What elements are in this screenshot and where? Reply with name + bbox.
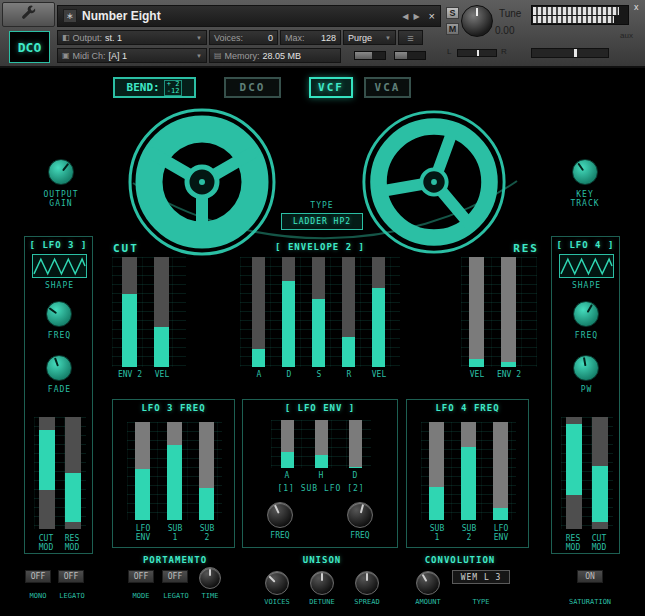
portamento-legato-toggle[interactable]: OFF: [162, 570, 188, 583]
lfo4-freq-panel: LFO 4 FREQ SUB1 SUB2 LFOENV: [406, 399, 529, 548]
unison-spread-knob[interactable]: [355, 571, 379, 595]
filter-type-select[interactable]: LADDER HP2: [281, 213, 363, 230]
unison-detune-knob[interactable]: [310, 571, 334, 595]
mini-slider-1[interactable]: [354, 51, 386, 60]
tab-vcf[interactable]: VCF: [309, 77, 353, 98]
mini-slider-2[interactable]: [394, 51, 426, 60]
lfo4-shape-label: SHAPE: [552, 281, 621, 290]
env2-vel-label: VEL: [361, 370, 397, 379]
env2-decay-slider[interactable]: [282, 257, 295, 367]
lfo4freq-sub1-slider[interactable]: [429, 422, 444, 520]
res-vel-slider[interactable]: [469, 257, 484, 367]
lfoenv-hold-slider[interactable]: [315, 420, 328, 468]
lfo4-shape-display[interactable]: [559, 254, 614, 278]
purge-label: Purge: [348, 33, 372, 43]
legato-toggle[interactable]: OFF: [58, 570, 84, 583]
res-env2-label: ENV 2: [491, 370, 527, 379]
output-label: Output:: [73, 33, 103, 43]
cut-mod-slider[interactable]: [39, 417, 55, 529]
close-instrument-button[interactable]: ×: [429, 10, 435, 22]
env2-vel-slider[interactable]: [372, 257, 385, 367]
portamento-legato-label: LEGATO: [156, 592, 196, 601]
lfoenv-attack-slider[interactable]: [281, 420, 294, 468]
legato-label: LEGATO: [52, 592, 92, 601]
sub-lfo1-freq-label: FREQ: [260, 531, 300, 540]
output-icon: ◧: [62, 33, 70, 42]
lfo4-freq-knob[interactable]: [573, 301, 599, 327]
portamento-time-knob[interactable]: [199, 567, 221, 589]
res-section-title: RES: [499, 242, 539, 255]
output-value: st. 1: [105, 33, 122, 43]
cut-env2-slider[interactable]: [122, 257, 137, 367]
bend-control[interactable]: BEND: + 2 -12: [113, 77, 196, 98]
saturation-label: SATURATION: [558, 598, 622, 607]
sub-lfo2-freq-knob[interactable]: [347, 502, 373, 528]
max-voices-display[interactable]: Max: 128: [280, 30, 341, 45]
close-window-button[interactable]: x: [634, 2, 639, 12]
kontakt-header: DCO ∗ Number Eight ◀ ▶ × ◧ Output: st. 1…: [0, 0, 645, 68]
mute-button[interactable]: M: [446, 23, 459, 35]
lfo-env-chart: [271, 420, 371, 468]
env2-decay-label: D: [274, 370, 304, 379]
convolution-type-select[interactable]: WEM L 3: [452, 570, 510, 584]
dropdown-arrow-icon: ▼: [196, 35, 202, 41]
tab-vca[interactable]: VCA: [364, 77, 411, 98]
lfo3freq-sub2-slider[interactable]: [199, 422, 214, 520]
cut-mod-slider[interactable]: [592, 417, 608, 529]
saturation-toggle[interactable]: ON: [577, 570, 603, 583]
output-select[interactable]: ◧ Output: st. 1 ▼: [57, 30, 207, 45]
lfo4freq-lfoenv-slider[interactable]: [493, 422, 508, 520]
solo-button[interactable]: S: [446, 7, 459, 19]
midi-icon: ▣: [62, 51, 70, 60]
lfoenv-decay-label: D: [345, 471, 365, 480]
cut-vel-slider[interactable]: [154, 257, 169, 367]
cut-vel-label: VEL: [144, 370, 180, 379]
lfo-env-title: [ LFO ENV ]: [243, 403, 397, 413]
lfo3freq-sub1-slider[interactable]: [167, 422, 182, 520]
sub-lfo1-freq-knob[interactable]: [267, 502, 293, 528]
lfo3-freq-knob[interactable]: [46, 301, 72, 327]
cut-chart: [112, 257, 186, 367]
lfoenv-decay-slider[interactable]: [349, 420, 362, 468]
portamento-mode-toggle[interactable]: OFF: [128, 570, 154, 583]
lfo4-pw-knob[interactable]: [573, 355, 599, 381]
sub-lfo2-freq-label: FREQ: [340, 531, 380, 540]
lfo3freq-lfoenv-slider[interactable]: [135, 422, 150, 520]
key-track-knob[interactable]: [572, 159, 598, 185]
res-mod-slider[interactable]: [65, 417, 81, 529]
lfo3-fade-knob[interactable]: [46, 355, 72, 381]
unison-title: UNISON: [277, 555, 367, 565]
next-instrument-button[interactable]: ▶: [413, 12, 419, 21]
prev-instrument-button[interactable]: ◀: [402, 12, 408, 21]
aux-label[interactable]: aux: [620, 31, 633, 40]
mono-toggle[interactable]: OFF: [25, 570, 51, 583]
convolution-amount-knob[interactable]: [416, 571, 440, 595]
purge-options-button[interactable]: ≡: [398, 30, 423, 45]
res-mod-slider[interactable]: [566, 417, 582, 529]
purge-menu[interactable]: Purge ▼: [343, 30, 396, 45]
res-mod-label: RESMOD: [57, 534, 87, 552]
lfo4freq-sub2-slider[interactable]: [461, 422, 476, 520]
res-env2-slider[interactable]: [501, 257, 516, 367]
edit-wrench-button[interactable]: [2, 2, 55, 27]
memory-display: ▤ Memory: 28.05 MB: [209, 48, 341, 63]
tab-dco[interactable]: DCO: [224, 77, 281, 98]
env2-sustain-slider[interactable]: [312, 257, 325, 367]
pan-left-label: L: [447, 47, 451, 56]
output-gain-knob[interactable]: [48, 159, 74, 185]
env2-release-slider[interactable]: [342, 257, 355, 367]
lfo3-shape-display[interactable]: [32, 254, 87, 278]
env2-attack-slider[interactable]: [252, 257, 265, 367]
unison-voices-knob[interactable]: [265, 571, 289, 595]
lfo3-freq-title: LFO 3 FREQ: [113, 403, 234, 413]
res-vel-label: VEL: [459, 370, 495, 379]
tune-knob[interactable]: [461, 5, 493, 37]
midi-channel-select[interactable]: ▣ Midi Ch: [A] 1 ▼: [57, 48, 207, 63]
env2-release-label: R: [334, 370, 364, 379]
res-chart: [461, 257, 537, 367]
lfo4-pw-label: PW: [552, 385, 621, 394]
pan-slider[interactable]: [457, 49, 497, 57]
lfo3-freq-chart: [127, 422, 222, 520]
lfo-env-panel: [ LFO ENV ] A H D [1] SUB LFO [2] FREQ F…: [242, 399, 398, 548]
volume-slider[interactable]: [531, 48, 609, 58]
